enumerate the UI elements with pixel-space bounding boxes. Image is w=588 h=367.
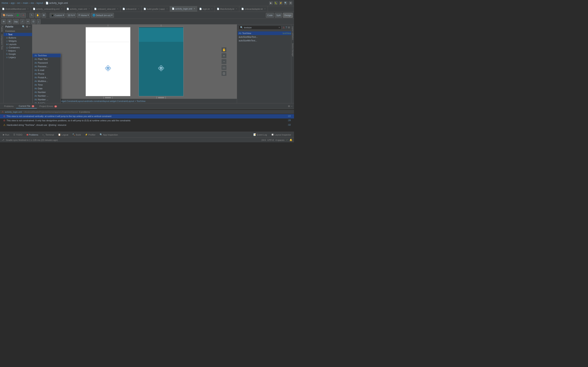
tab-onboard-view[interactable]: 📄 onboard_view.xml × <box>92 6 121 12</box>
palette-button[interactable]: 🎨 Palette <box>1 13 15 18</box>
tab-activity-login[interactable]: 📄 activity_login.xml × <box>170 6 197 12</box>
dropdown-password-num[interactable]: Ab Passwor... <box>33 65 61 68</box>
hand-tool-button[interactable]: ✋ <box>221 47 227 52</box>
attr-search-input[interactable] <box>244 26 278 29</box>
close-icon[interactable]: × <box>264 8 266 10</box>
vcs-icon[interactable]: ✓ <box>286 139 288 141</box>
dropdown-multiline[interactable]: Ab Multiline... <box>33 79 61 83</box>
breadcrumb-src[interactable]: src <box>17 2 20 4</box>
tab-current-file[interactable]: Current File 3 <box>16 104 37 108</box>
encoding-label[interactable]: UTF-8 <box>268 139 274 141</box>
dropdown-plaintext[interactable]: Ab Plain Text <box>33 57 61 61</box>
zoom-in-button[interactable]: + <box>221 53 227 58</box>
split-mode-button[interactable]: Split <box>275 13 282 18</box>
layout-btn3[interactable]: ⊡ <box>31 19 36 24</box>
close-icon[interactable]: × <box>236 8 237 10</box>
validation-label[interactable]: Layout Validation <box>292 25 294 42</box>
dropdown-password[interactable]: Ab Password <box>33 61 61 65</box>
search-icon[interactable]: 🔍 <box>284 1 287 5</box>
palette-item-widgets[interactable]: ◻ Widgets <box>4 39 32 43</box>
attr-item-autosizemax[interactable]: autoSizeMaxText... <box>238 35 293 39</box>
render-toggle[interactable]: 👁 <box>1 19 6 24</box>
profile-icon[interactable]: ⚡ <box>279 1 283 5</box>
palette-item-legacy[interactable]: ⊙ Legacy <box>4 56 32 59</box>
dropdown-number[interactable]: Ab Number <box>33 90 61 94</box>
tab-login-kt[interactable]: 📄 login.kt × <box>197 6 215 12</box>
palette-item-helpers[interactable]: ? Helpers <box>4 49 32 52</box>
close-icon[interactable]: × <box>138 8 139 10</box>
close-icon[interactable]: × <box>89 8 90 10</box>
tab-onboard-kt[interactable]: 📄 onboard.kt × <box>121 6 141 12</box>
device-dropdown[interactable]: 📱 Custom ▾ <box>50 13 66 18</box>
zoom-frame-button[interactable]: ⊡ <box>221 71 227 76</box>
palette-item-buttons[interactable]: ⊡ Buttons <box>4 36 32 39</box>
problems-settings-icon[interactable]: ⚙ <box>288 105 290 108</box>
dropdown-autocomplete[interactable]: Ab AutoCo... <box>33 101 61 103</box>
run-icon[interactable]: ▶ <box>269 1 273 5</box>
tab-mainactivity-kt[interactable]: 📄 MainActivity.kt × <box>215 6 239 12</box>
pan-tool-button[interactable]: ✋ <box>35 13 41 18</box>
breadcrumb-main[interactable]: main <box>23 2 28 4</box>
orientation-dropdown[interactable]: ⟳ Home ▾ <box>77 13 90 18</box>
code-mode-button[interactable]: Code <box>266 13 274 18</box>
breadcrumb-file[interactable]: 📄 activity_login.xml <box>45 2 68 4</box>
locale-dropdown[interactable]: 🌐 Default (en-us) ▾ <box>91 13 114 18</box>
attr-help-icon[interactable]: ? <box>286 26 287 29</box>
zoom-dropdown[interactable]: 33 % ▾ <box>66 13 76 18</box>
dropdown-date[interactable]: Ab Date <box>33 87 61 90</box>
close-icon[interactable]: × <box>194 8 195 10</box>
breadcrumb-layout[interactable]: layout <box>36 2 43 4</box>
palette-minus-icon[interactable]: − <box>29 25 30 28</box>
close-icon[interactable]: × <box>211 8 213 10</box>
layout-btn2[interactable]: ⇔ <box>26 19 30 24</box>
tab-androidmanifest[interactable]: 📄 AndroidManifest.xml × <box>0 6 31 12</box>
palette-gear-icon[interactable]: ⚙ <box>26 25 28 28</box>
device-manager-label[interactable]: Device Manager <box>292 42 294 58</box>
dropdown-phone[interactable]: Ab Phone <box>33 72 61 76</box>
indent-label[interactable]: 4 spaces <box>276 139 285 141</box>
problem-row-2[interactable]: ⊘ This view is not constrained. It only … <box>0 118 294 123</box>
sidebar-palette-label[interactable]: Palette <box>0 25 4 33</box>
breadcrumb-home[interactable]: Home <box>2 2 8 4</box>
breadcrumb-res[interactable]: res <box>31 2 34 4</box>
dropdown-number-signed[interactable]: Ab Number ... <box>33 94 61 98</box>
attr-info-icon[interactable]: ⚠ <box>283 26 285 29</box>
attr-search-box[interactable]: 🔍 × <box>239 25 281 30</box>
layout-btn1[interactable]: ⤢ <box>20 19 25 24</box>
terminal-button[interactable]: >_ Terminal <box>41 133 55 136</box>
tab-build-gradle[interactable]: 📄 build.gradle (:app) × <box>141 6 170 12</box>
constraint-tool-button[interactable]: ⊞ <box>42 13 46 18</box>
layout-inspector-button[interactable]: 🔲 Layout Inspector <box>270 133 292 136</box>
attr-item-textview[interactable]: Ab TextView textView4 <box>238 31 293 35</box>
tab-activity-main[interactable]: 📄 activity_main.xml × <box>65 6 92 12</box>
problems-button[interactable]: Problems <box>25 133 39 136</box>
sidebar-component-label[interactable]: Component Tree <box>0 33 4 51</box>
palette-search-icon[interactable]: 🔍 <box>22 25 25 28</box>
attr-settings-icon[interactable]: ⚙ <box>288 26 290 29</box>
close-icon[interactable]: × <box>61 8 62 10</box>
dropdown-postal[interactable]: Ab Postal A... <box>33 76 61 79</box>
attr-item-autosizemin[interactable]: autoSizeMinText... <box>238 39 293 42</box>
problem-row-3[interactable]: ⚠ Hardcoded string "TextView", should us… <box>0 123 294 127</box>
todo-button[interactable]: ☰ TODO <box>12 133 24 136</box>
profiler-button[interactable]: ⚡ Profiler <box>84 133 97 136</box>
constraint-value[interactable]: 0dp <box>13 19 19 24</box>
layout-btn4[interactable]: ↕ <box>36 19 41 24</box>
palette-item-containers[interactable]: ◫ Containers <box>4 46 32 49</box>
notifications-icon[interactable]: 🔔 <box>290 139 292 141</box>
palette-item-layouts[interactable]: ⊞ Layouts <box>4 43 32 46</box>
close-icon[interactable]: × <box>117 8 118 10</box>
problem-row-1[interactable]: ⊘ This view is not constrained verticall… <box>0 114 294 118</box>
tab-onboardadapter-kt[interactable]: 📄 onboardadapter.kt × <box>239 6 268 12</box>
tab-activity-onboarding[interactable]: 📄 activity_onboarding.xml × <box>31 6 65 12</box>
close-icon[interactable]: × <box>27 8 29 10</box>
close-icon[interactable]: × <box>166 8 168 10</box>
blueprint-toggle[interactable]: ⊞ <box>7 19 12 24</box>
palette-item-google[interactable]: G Google <box>4 52 32 56</box>
dropdown-number-decimal[interactable]: Ab Number ... <box>33 98 61 101</box>
debug-icon[interactable]: 🐛 <box>274 1 278 5</box>
dropdown-time[interactable]: Ab Time <box>33 83 61 87</box>
logcat-button[interactable]: 📋 Logcat <box>57 133 69 136</box>
run-button[interactable]: ▶ Run <box>2 133 10 136</box>
settings-icon[interactable]: ⚙ <box>289 1 292 5</box>
